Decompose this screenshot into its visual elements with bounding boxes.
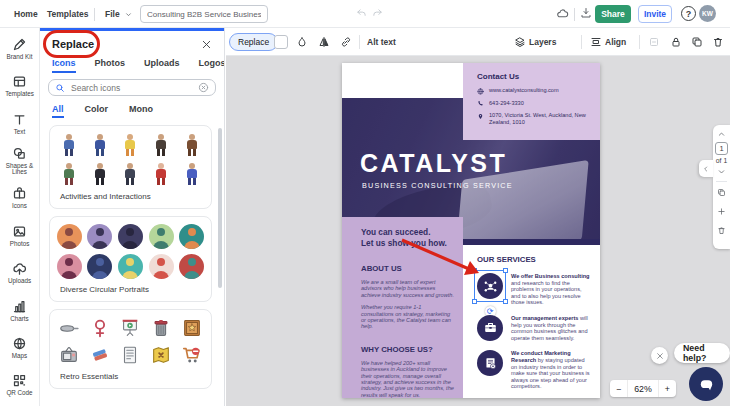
delete-page-icon[interactable] — [717, 226, 726, 235]
flyer-services-column[interactable]: OUR SERVICES ⟳We offer Business consulti… — [463, 245, 600, 398]
need-help-pill[interactable]: Need help? — [674, 343, 730, 363]
about-paragraph-1[interactable]: We are a small team of expert advisors w… — [361, 279, 455, 298]
thumb-frying-pan[interactable] — [58, 317, 80, 339]
dismiss-help-button[interactable] — [651, 347, 668, 364]
sidebar-item-photos[interactable]: Photos — [0, 217, 39, 254]
duplicate-icon[interactable] — [691, 36, 703, 48]
thumb-people-6[interactable] — [58, 162, 80, 186]
download-icon[interactable] — [580, 7, 592, 19]
align-icon[interactable] — [590, 36, 602, 48]
link-icon[interactable] — [340, 36, 352, 48]
thumb-portraits-4[interactable] — [149, 224, 174, 249]
design-canvas[interactable]: Contact Us www.catalystconsulting.com643… — [226, 56, 730, 406]
thumb-eraser[interactable] — [89, 344, 111, 366]
share-button[interactable]: Share — [595, 5, 631, 23]
thumb-portraits-6[interactable] — [57, 254, 82, 279]
flyer-page[interactable]: Contact Us www.catalystconsulting.com643… — [342, 63, 600, 398]
alt-text-button[interactable]: Alt text — [367, 37, 396, 47]
delete-icon[interactable] — [712, 36, 724, 48]
flyer-contact-box[interactable]: Contact Us www.catalystconsulting.com643… — [463, 63, 600, 140]
service-icon-report[interactable] — [477, 350, 503, 376]
close-icon[interactable] — [201, 39, 212, 50]
duplicate-page-icon[interactable] — [717, 188, 726, 197]
undo-icon[interactable] — [356, 8, 367, 19]
service-text[interactable]: We offer Business consulting and researc… — [511, 273, 592, 306]
file-menu[interactable]: File — [105, 9, 120, 19]
flyer-title[interactable]: CATALYST — [360, 149, 507, 178]
contact-row-globe[interactable]: www.catalystconsulting.com — [477, 87, 590, 95]
thumb-people-10[interactable] — [181, 162, 203, 186]
cloud-save-icon[interactable] — [556, 7, 569, 20]
avatar[interactable]: KW — [699, 5, 716, 22]
add-page-icon[interactable] — [717, 207, 726, 216]
collapse-rail-tab[interactable] — [699, 160, 713, 177]
color-swatch[interactable] — [274, 35, 288, 49]
thumb-people-7[interactable] — [89, 162, 111, 186]
file-caret-icon[interactable] — [124, 10, 133, 19]
thumb-venus-symbol[interactable] — [89, 317, 111, 339]
tab-icons[interactable]: Icons — [52, 55, 76, 73]
thumb-portraits-7[interactable] — [87, 254, 112, 279]
service-row-2[interactable]: Our management experts will help you wor… — [477, 315, 592, 341]
flyer-subtitle[interactable]: BUSINESS CONSULTING SERVICE — [362, 181, 513, 190]
about-paragraph-2[interactable]: Whether you require 1-1 consultations on… — [361, 304, 455, 330]
service-icon-network[interactable]: ⟳ — [477, 273, 503, 299]
service-text[interactable]: Our management experts will help you wor… — [511, 315, 592, 341]
thumb-people-5[interactable] — [181, 133, 203, 157]
thumb-document[interactable] — [119, 344, 141, 366]
contact-row-pin[interactable]: 1070, Victoria St. West, Auckland, New Z… — [477, 112, 590, 126]
page-number-box[interactable]: 1 — [715, 142, 728, 155]
filter-color[interactable]: Color — [85, 104, 109, 118]
selection-box[interactable] — [474, 270, 506, 302]
help-button[interactable]: ? — [681, 6, 696, 21]
nav-templates[interactable]: Templates — [47, 9, 88, 19]
search-box[interactable] — [48, 79, 216, 96]
about-heading[interactable]: ABOUT US — [361, 264, 455, 273]
thumb-tv-set[interactable] — [58, 344, 80, 366]
page-up-icon[interactable] — [717, 130, 726, 139]
tab-photos[interactable]: Photos — [95, 55, 126, 73]
contact-row-phone[interactable]: 643-294-3330 — [477, 100, 590, 108]
tab-logos[interactable]: Logos — [199, 55, 225, 73]
thumb-people-2[interactable] — [89, 133, 111, 157]
sidebar-item-shapes[interactable]: Shapes & Lines — [0, 142, 39, 179]
replace-button[interactable]: Replace — [229, 33, 278, 51]
lock-icon[interactable] — [670, 36, 682, 48]
service-row-1[interactable]: ⟳We offer Business consulting and resear… — [477, 273, 592, 306]
thumb-portraits-9[interactable] — [149, 254, 174, 279]
thumb-portraits-3[interactable] — [118, 224, 143, 249]
opacity-icon[interactable] — [296, 36, 308, 48]
why-paragraph[interactable]: We have helped 200+ small businesses in … — [361, 360, 455, 398]
thumb-portraits-8[interactable] — [118, 254, 143, 279]
sidebar-item-qr[interactable]: QR Code — [0, 367, 39, 404]
sidebar-item-charts[interactable]: Charts — [0, 292, 39, 329]
why-heading[interactable]: WHY CHOOSE US? — [361, 345, 455, 354]
thumb-people-1[interactable] — [58, 133, 80, 157]
filter-all[interactable]: All — [52, 104, 64, 118]
flyer-tagline-line1[interactable]: You can succeed. — [361, 227, 455, 238]
chat-bubble-button[interactable] — [689, 367, 723, 401]
service-icon-briefcase[interactable] — [477, 315, 503, 341]
zoom-out-button[interactable]: − — [610, 380, 627, 397]
service-row-3[interactable]: We conduct Marketing Research by staying… — [477, 350, 592, 390]
thumb-people-9[interactable] — [150, 162, 172, 186]
layers-icon[interactable] — [514, 36, 526, 48]
thumb-presentation-play[interactable] — [119, 317, 141, 339]
filter-mono[interactable]: Mono — [129, 104, 153, 118]
thumb-trash-can[interactable] — [150, 317, 172, 339]
sidebar-item-maps[interactable]: Maps — [0, 329, 39, 366]
nav-home[interactable]: Home — [14, 9, 38, 19]
redo-icon[interactable] — [372, 8, 383, 19]
zoom-in-button[interactable]: + — [659, 380, 676, 397]
document-title-input[interactable] — [140, 5, 268, 23]
page-down-icon[interactable] — [717, 167, 726, 176]
clear-search-icon[interactable] — [198, 82, 209, 93]
thumb-people-8[interactable] — [119, 162, 141, 186]
tab-uploads[interactable]: Uploads — [144, 55, 180, 73]
thumb-people-4[interactable] — [150, 133, 172, 157]
sidebar-item-templates[interactable]: Templates — [0, 67, 39, 104]
flip-icon[interactable] — [318, 36, 330, 48]
sidebar-item-brand-kit[interactable]: Brand Kit — [0, 30, 39, 67]
layers-button[interactable]: Layers — [529, 37, 556, 47]
flyer-left-column[interactable]: You can succeed. Let us show you how. AB… — [342, 217, 463, 398]
